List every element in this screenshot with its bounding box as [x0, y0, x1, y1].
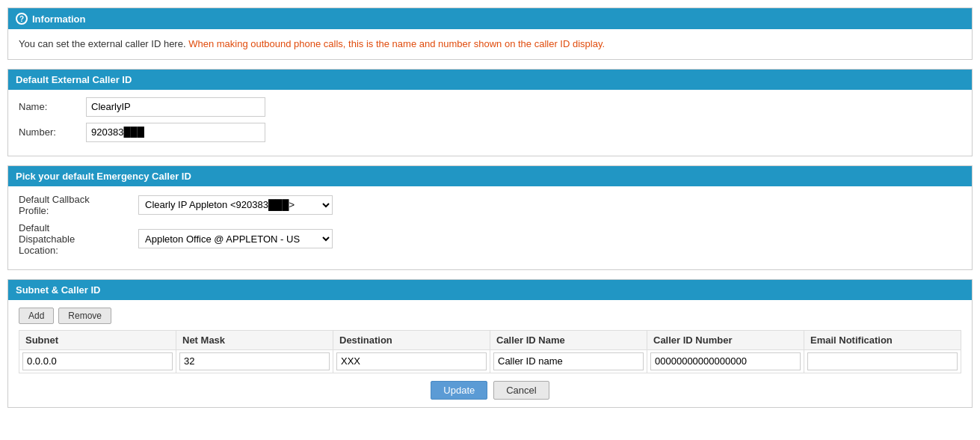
- cancel-button[interactable]: Cancel: [493, 381, 549, 400]
- subnet-table: Subnet Net Mask Destination Caller ID Na…: [19, 330, 961, 373]
- page-wrapper: ? Information You can set the external c…: [0, 0, 980, 440]
- destination-input[interactable]: [336, 352, 487, 370]
- name-input[interactable]: [86, 97, 265, 117]
- caller-id-number-input[interactable]: [650, 352, 801, 370]
- info-section-header: ? Information: [8, 8, 972, 29]
- info-section: ? Information You can set the external c…: [7, 7, 973, 60]
- dispatchable-label: DefaultDispatchableLocation:: [19, 222, 138, 256]
- table-header-row: Subnet Net Mask Destination Caller ID Na…: [19, 330, 961, 349]
- emergency-body: Default CallbackProfile: Clearly IP Appl…: [8, 186, 972, 269]
- table-head: Subnet Net Mask Destination Caller ID Na…: [19, 330, 961, 349]
- info-icon: ?: [16, 13, 28, 25]
- add-button[interactable]: Add: [19, 308, 54, 324]
- callback-label: Default CallbackProfile:: [19, 194, 138, 216]
- emergency-header: Pick your default Emergency Caller ID: [8, 166, 972, 186]
- cell-email-notification: [804, 349, 961, 373]
- dispatchable-select[interactable]: Appleton Office @ APPLETON - US: [138, 229, 333, 248]
- subnet-header: Subnet & Caller ID: [8, 280, 972, 300]
- emergency-header-label: Pick your default Emergency Caller ID: [16, 171, 191, 182]
- default-external-header: Default External Caller ID: [8, 70, 972, 90]
- col-caller-id-name: Caller ID Name: [490, 330, 647, 349]
- info-text-plain: You can set the external caller ID here.: [19, 38, 186, 49]
- info-text: You can set the external caller ID here.…: [19, 37, 961, 52]
- netmask-input[interactable]: [179, 352, 330, 370]
- cell-subnet: [19, 349, 176, 373]
- callback-row: Default CallbackProfile: Clearly IP Appl…: [19, 194, 961, 216]
- default-external-section: Default External Caller ID Name: Number:: [7, 69, 973, 156]
- col-email-notification: Email Notification: [804, 330, 961, 349]
- cell-netmask: [176, 349, 333, 373]
- info-section-body: You can set the external caller ID here.…: [8, 29, 972, 59]
- table-body: [19, 349, 961, 373]
- subnet-caller-id-section: Subnet & Caller ID Add Remove Subnet Net…: [7, 279, 973, 408]
- remove-button[interactable]: Remove: [58, 308, 111, 324]
- dispatchable-row: DefaultDispatchableLocation: Appleton Of…: [19, 222, 961, 256]
- update-button[interactable]: Update: [431, 381, 487, 400]
- callback-select[interactable]: Clearly IP Appleton <920383███>: [138, 195, 333, 215]
- info-header-label: Information: [32, 13, 86, 25]
- cell-destination: [333, 349, 490, 373]
- default-external-body: Name: Number:: [8, 90, 972, 156]
- col-caller-id-number: Caller ID Number: [647, 330, 804, 349]
- action-row: Update Cancel: [19, 381, 961, 400]
- caller-id-name-input[interactable]: [493, 352, 644, 370]
- name-row: Name:: [19, 97, 961, 117]
- table-row: [19, 349, 961, 373]
- col-subnet: Subnet: [19, 330, 176, 349]
- default-external-header-label: Default External Caller ID: [16, 74, 132, 85]
- number-label: Number:: [19, 126, 86, 138]
- info-text-highlight: When making outbound phone calls, this i…: [188, 38, 605, 49]
- table-toolbar: Add Remove: [19, 308, 961, 324]
- email-notification-input[interactable]: [807, 352, 958, 370]
- number-input[interactable]: [86, 123, 265, 142]
- name-label: Name:: [19, 101, 86, 112]
- number-row: Number:: [19, 123, 961, 142]
- subnet-input[interactable]: [22, 352, 173, 370]
- col-destination: Destination: [333, 330, 490, 349]
- subnet-header-label: Subnet & Caller ID: [16, 284, 100, 296]
- cell-caller-id-name: [490, 349, 647, 373]
- emergency-section: Pick your default Emergency Caller ID De…: [7, 165, 973, 270]
- col-netmask: Net Mask: [176, 330, 333, 349]
- cell-caller-id-number: [647, 349, 804, 373]
- subnet-body: Add Remove Subnet Net Mask Destination C…: [8, 300, 972, 407]
